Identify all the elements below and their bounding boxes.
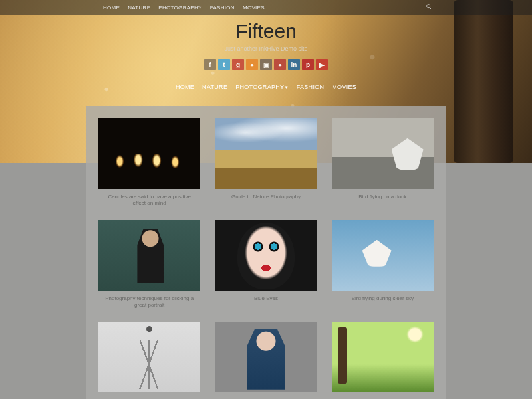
post-thumbnail <box>215 322 317 392</box>
top-nav: HOME NATURE PHOTOGRAPHY FASHION MOVIES <box>103 5 265 11</box>
post-title: Bird flying on a dock <box>332 189 434 207</box>
chevron-down-icon: ▾ <box>285 85 288 90</box>
mainnav-photography[interactable]: PHOTOGRAPHY▾ <box>235 84 288 90</box>
post-card[interactable]: Candles are said to have a positive effe… <box>98 118 200 213</box>
post-title: Photography techniques for clicking a gr… <box>98 291 200 315</box>
site-title[interactable]: Fifteen <box>0 20 532 43</box>
post-grid: Candles are said to have a positive effe… <box>98 118 434 399</box>
post-card[interactable] <box>215 322 317 399</box>
post-thumbnail <box>332 220 434 291</box>
social-instagram[interactable]: ▣ <box>260 59 272 70</box>
post-thumbnail <box>98 322 200 392</box>
site-tagline: Just another InkHive Demo site <box>0 45 532 52</box>
mainnav-home[interactable]: HOME <box>176 84 194 90</box>
post-title: Blue Eyes <box>215 291 317 309</box>
post-card[interactable]: Blue Eyes <box>215 220 317 315</box>
post-thumbnail <box>215 220 317 291</box>
post-card[interactable] <box>332 322 434 399</box>
social-linkedin[interactable]: in <box>288 59 300 70</box>
mainnav-fashion[interactable]: FASHION <box>297 84 325 90</box>
post-card[interactable] <box>98 322 200 399</box>
social-facebook[interactable]: f <box>204 59 216 70</box>
post-card[interactable]: Bird flying during clear sky <box>332 220 434 315</box>
post-title: Bird flying during clear sky <box>332 291 434 309</box>
mainnav-nature[interactable]: NATURE <box>202 84 227 90</box>
post-title: Candles are said to have a positive effe… <box>98 189 200 213</box>
mainnav-photography-label: PHOTOGRAPHY <box>235 84 284 90</box>
post-thumbnail <box>98 118 200 189</box>
main-nav: HOME NATURE PHOTOGRAPHY▾ FASHION MOVIES <box>0 84 532 90</box>
social-pinterest[interactable]: p <box>302 59 314 70</box>
post-thumbnail <box>98 220 200 291</box>
topnav-photography[interactable]: PHOTOGRAPHY <box>158 5 201 11</box>
social-flickr[interactable]: ● <box>274 59 286 70</box>
topnav-fashion[interactable]: FASHION <box>210 5 235 11</box>
content-area: Candles are said to have a positive effe… <box>86 106 446 399</box>
post-title <box>98 392 200 399</box>
search-icon[interactable] <box>426 3 432 11</box>
post-title <box>215 392 317 399</box>
post-card[interactable]: Guide to Nature Photography <box>215 118 317 213</box>
topnav-nature[interactable]: NATURE <box>128 5 150 11</box>
social-twitter[interactable]: t <box>218 59 230 70</box>
post-thumbnail <box>215 118 317 189</box>
post-card[interactable]: Bird flying on a dock <box>332 118 434 213</box>
top-bar: HOME NATURE PHOTOGRAPHY FASHION MOVIES <box>0 0 532 15</box>
svg-line-1 <box>430 7 432 9</box>
post-thumbnail <box>332 118 434 189</box>
social-google-plus[interactable]: g <box>232 59 244 70</box>
social-icons: f t g ● ▣ ● in p ▶ <box>0 59 532 70</box>
post-title: Guide to Nature Photography <box>215 189 317 207</box>
post-title <box>332 392 434 399</box>
social-rss[interactable]: ● <box>246 59 258 70</box>
social-youtube[interactable]: ▶ <box>316 59 328 70</box>
svg-point-0 <box>427 5 430 8</box>
topnav-movies[interactable]: MOVIES <box>243 5 265 11</box>
mainnav-movies[interactable]: MOVIES <box>332 84 356 90</box>
post-thumbnail <box>332 322 434 392</box>
topnav-home[interactable]: HOME <box>103 5 120 11</box>
post-card[interactable]: Photography techniques for clicking a gr… <box>98 220 200 315</box>
